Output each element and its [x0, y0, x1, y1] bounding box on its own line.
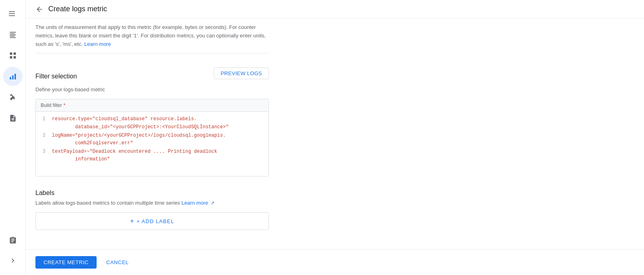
main-content: Create logs metric The units of measurem…: [26, 0, 644, 275]
labels-title: Labels: [35, 189, 634, 197]
units-description-text: The units of measurement that apply to t…: [35, 24, 266, 47]
units-description: The units of measurement that apply to t…: [35, 18, 269, 53]
svg-rect-3: [10, 32, 16, 33]
svg-rect-2: [9, 15, 15, 16]
svg-rect-14: [14, 74, 16, 79]
line-content-1: resource.type="cloudsql_database" resour…: [52, 115, 229, 131]
header: Create logs metric: [26, 0, 644, 18]
sidebar-item-metrics[interactable]: [3, 67, 23, 86]
svg-rect-13: [12, 76, 13, 80]
add-label-button[interactable]: + + ADD LABEL: [35, 212, 269, 230]
sidebar-item-logs[interactable]: [3, 25, 23, 44]
build-filter-box: Build filter * 1 resource.type="cloudsql…: [35, 99, 269, 176]
svg-rect-6: [10, 36, 14, 37]
sidebar-item-docs[interactable]: [3, 109, 23, 128]
svg-rect-4: [10, 33, 14, 34]
back-button[interactable]: [35, 5, 43, 13]
line-number-1: 1: [36, 115, 52, 123]
labels-description: Labels allow logs-based metrics to conta…: [35, 200, 634, 206]
filter-selection-title: Filter selection: [35, 73, 77, 80]
line-content-2: logName="projects/<yourGCPProject>/logs/…: [52, 132, 226, 147]
sidebar-expand-btn[interactable]: [3, 251, 23, 270]
code-line-1: 1 resource.type="cloudsql_database" reso…: [36, 115, 268, 131]
sidebar-item-clipboard[interactable]: [3, 231, 23, 250]
page-title: Create logs metric: [48, 5, 107, 13]
svg-rect-5: [10, 35, 16, 35]
code-line-2: 2 logName="projects/<yourGCPProject>/log…: [36, 131, 268, 148]
code-editor[interactable]: 1 resource.type="cloudsql_database" reso…: [36, 112, 268, 176]
filter-selection-description: Define your logs-based metric: [35, 86, 634, 92]
svg-rect-11: [13, 56, 16, 59]
labels-section: Labels Labels allow logs-based metrics t…: [35, 189, 634, 230]
svg-rect-0: [9, 11, 15, 12]
code-line-3: 3 textPayload=~"Deadlock encountered ...…: [36, 148, 268, 164]
svg-rect-12: [10, 77, 11, 80]
sidebar: [0, 0, 26, 275]
content-area: The units of measurement that apply to t…: [26, 18, 644, 249]
svg-rect-1: [9, 13, 15, 14]
cancel-button[interactable]: CANCEL: [101, 256, 134, 269]
svg-rect-7: [10, 37, 16, 38]
plus-icon: +: [130, 218, 134, 225]
external-link-icon: ↗: [211, 200, 215, 206]
svg-rect-8: [10, 53, 12, 55]
line-content-3: textPayload=~"Deadlock encountered .... …: [52, 148, 217, 163]
build-filter-label: Build filter *: [36, 99, 268, 112]
filter-selection-header: Filter selection PREVIEW LOGS: [35, 63, 269, 83]
line-number-3: 3: [36, 148, 52, 156]
footer: CREATE METRIC CANCEL: [26, 249, 644, 275]
labels-learn-more-link[interactable]: Learn more: [182, 200, 208, 206]
svg-rect-9: [13, 53, 16, 55]
line-number-2: 2: [36, 132, 52, 140]
required-indicator: *: [64, 103, 66, 108]
units-learn-more-link[interactable]: Learn more: [84, 41, 111, 47]
create-metric-button[interactable]: CREATE METRIC: [35, 256, 97, 269]
sidebar-item-menu[interactable]: [3, 4, 23, 23]
svg-rect-10: [10, 56, 12, 59]
sidebar-item-tools[interactable]: [3, 88, 23, 107]
sidebar-item-dashboard[interactable]: [3, 46, 23, 65]
preview-logs-button[interactable]: PREVIEW LOGS: [214, 68, 269, 79]
sidebar-bottom: [3, 230, 23, 275]
